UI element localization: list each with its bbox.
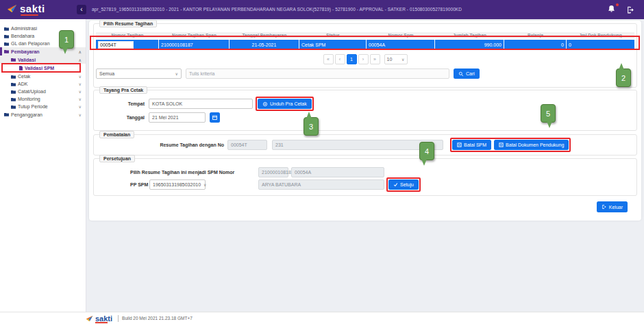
jml-dok-pendukung-cell: 0 [567,40,634,50]
chevron-down-icon: ∨ [79,89,82,94]
cancel-icon [499,142,504,147]
sidebar-item-label: Catat/Upload [18,89,46,94]
page-size-select[interactable]: 10 [384,54,408,64]
sidebar-item-label: Validasi SPM [25,66,54,71]
pp-spm-value: 196503131985032010 [153,182,201,187]
folder-icon [4,42,9,46]
tempat-input[interactable]: KOTA SOLOK [149,99,253,109]
section-legend: Persetujuan [99,155,135,162]
column-header[interactable]: Status [299,33,367,38]
section-legend: Pembatalan [99,131,134,138]
keluar-button[interactable]: Keluar [597,201,628,212]
filter-column-select[interactable]: Semua [96,68,182,79]
belanja-cell: 0 [504,40,567,50]
status-cell: Cetak SPM [299,40,367,50]
resume-kode-field: 231 [272,140,443,150]
sidebar-item-tutup-periode[interactable]: Tutup Periode ∨ [0,103,86,110]
sidebar-item-label: Bendahara [11,34,34,38]
folder-icon [11,75,16,79]
pagination-first-button[interactable]: « [323,54,334,64]
app-logo: sakti [7,3,45,14]
exit-icon [602,204,607,210]
annotation-box-unduh: Unduh Pra Cetak [256,97,314,111]
balloon-number: 5 [546,110,550,118]
sidebar-item-label: Pembayaran [11,49,40,54]
back-button[interactable]: ‹ [77,5,86,14]
balloon-tail [547,121,552,128]
folder-icon [11,82,16,86]
spm-kode-field: 00054A [291,167,384,177]
setuju-label: Setuju [400,182,414,187]
column-header[interactable]: Nomor Spm [367,33,435,38]
cari-button-label: Cari [466,71,475,76]
calendar-icon [212,115,217,120]
section-pembatalan: Pembatalan Resume Tagihan dengan No 0005… [93,134,637,155]
table-row-selected[interactable]: 00054T 210000108187 21-05-2021 Cetak SPM… [96,40,634,50]
pagination-last-button[interactable]: » [370,54,380,64]
sidebar-item-catat-upload[interactable]: Catat/Upload ∨ [0,88,86,95]
sidebar-item-pembayaran[interactable]: Pembayaran ∧ [0,47,86,55]
sidebar-item-label: Tutup Periode [18,104,48,109]
nomor-tagihan-cell[interactable]: 00054T [98,41,134,49]
keluar-label: Keluar [609,205,623,210]
app-logo-text: sakti [20,3,45,14]
sidebar-item-monitoring[interactable]: Monitoring ∨ [0,95,86,103]
sidebar-item-penganggaran[interactable]: Penganggaran ∨ [0,110,86,119]
unduh-pra-cetak-button[interactable]: Unduh Pra Cetak [258,99,312,109]
pagination-prev-button[interactable]: ‹ [335,54,345,64]
cancel-icon [457,142,462,147]
column-header[interactable]: Tanggal Pembayaran [230,33,299,38]
balloon-number: 4 [425,147,429,155]
section-persetujuan: Persetujuan Pilih Resume Tagihan ini men… [93,158,637,196]
balloon-tail [619,63,624,70]
sidebar-item-validasi[interactable]: Validasi ∧ [0,55,86,64]
balloon-number: 1 [64,36,69,44]
tanggal-input[interactable]: 21 Mei 2021 [149,112,206,123]
folder-icon [11,90,16,94]
tempat-label: Tempat [94,101,145,106]
bell-icon [607,5,616,14]
column-header[interactable]: Nomor Tagihan Span [159,33,230,38]
balloon-tail [421,159,427,166]
chevron-down-icon: ∨ [79,112,82,117]
logout-icon[interactable] [626,5,636,14]
folder-icon [4,34,9,38]
sidebar-item-label: Administrasi [11,26,37,31]
calendar-button[interactable] [210,112,220,123]
notification-bell-icon[interactable] [607,4,618,15]
column-header[interactable]: Jml Dok Pendukung [567,33,634,38]
section-pilih-resume-tagihan: Pilih Resume Tagihan Nomor Tagihan Nomor… [93,23,637,88]
spm-nomor-field: 210000108187 [258,167,288,177]
pagination-next-button[interactable]: › [358,54,369,64]
build-info: Build 20 Mei 2021 21.23.18 GMT+7 [122,316,193,321]
search-criteria-input[interactable]: Tulis kriteria [186,68,449,79]
chevron-down-icon: ∨ [79,74,82,79]
sidebar-nav: Administrasi Bendahara GL dan Pelaporan … [0,19,86,312]
folder-icon [11,58,16,62]
folder-icon [11,97,16,101]
check-icon [393,182,398,187]
resume-tagihan-no-label: Resume Tagihan dengan No [94,142,224,147]
pagination-page-1-button[interactable]: 1 [347,54,357,64]
app-header: sakti ‹ apr_527819_196503131985032010 - … [0,0,644,19]
tanggal-label: Tanggal [94,115,145,120]
search-icon [458,71,464,77]
unduh-button-label: Unduh Pra Cetak [270,101,307,106]
file-icon [19,66,23,71]
sidebar-item-validasi-spm[interactable]: Validasi SPM [0,64,86,73]
batal-dokumen-pendukung-button[interactable]: Batal Dokumen Pendukung [494,140,569,150]
filter-row: Semua Tulis kriteria Cari [96,68,634,79]
chevron-up-icon: ∧ [79,49,82,54]
folder-icon [11,105,16,109]
setuju-button[interactable]: Setuju [388,179,419,190]
sidebar-item-adk[interactable]: ADK ∨ [0,80,86,88]
sidebar-item-cetak[interactable]: Cetak ∨ [0,73,86,80]
footer-divider [118,315,119,322]
cari-button[interactable]: Cari [454,68,480,79]
column-header[interactable]: Belanja [504,33,567,38]
batal-spm-button[interactable]: Batal SPM [452,140,491,150]
pp-spm-select[interactable]: 196503131985032010 [149,179,206,190]
column-header[interactable]: Jumlah Tagihan [435,33,504,38]
column-header[interactable]: Nomor Tagihan [96,33,159,38]
nomor-tagihan-span-cell: 210000108187 [159,40,230,50]
